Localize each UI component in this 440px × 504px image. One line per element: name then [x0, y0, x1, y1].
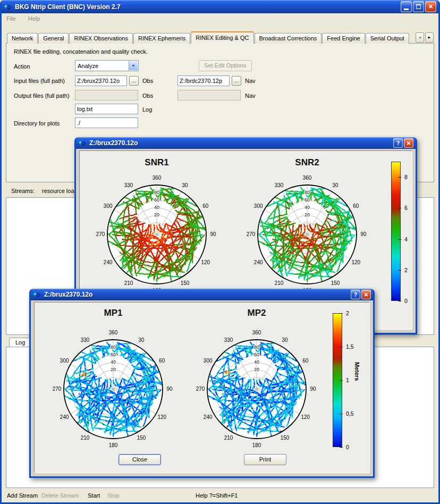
- output-obs-field: [75, 90, 138, 100]
- plot-title-mp2: MP2: [190, 308, 323, 318]
- colorbar-tick-mark: [398, 301, 401, 301]
- mp-dialog-title: Z:/brux2370.12o: [44, 291, 351, 298]
- plots-dir-field[interactable]: [75, 117, 138, 128]
- tab-serial-output[interactable]: Serial Output: [366, 33, 409, 44]
- colorbar-tick-mark: [340, 447, 343, 448]
- tab-broadcast-corrections[interactable]: Broadcast Corrections: [255, 33, 322, 44]
- snr-colorbar: 86420: [391, 162, 425, 301]
- plots-dir-label: Directory for plots: [14, 120, 60, 127]
- colorbar-tick-label: 4: [404, 236, 408, 242]
- help-button[interactable]: ?: [351, 290, 360, 299]
- start-button[interactable]: Start: [88, 492, 100, 499]
- help-button[interactable]: ?: [393, 138, 403, 148]
- plot-title-mp1: MP1: [47, 308, 180, 318]
- chevron-down-icon[interactable]: ▼: [129, 61, 138, 70]
- bnc-logo-icon: [4, 3, 12, 11]
- output-files-label: Output files (full path): [14, 93, 70, 99]
- set-edit-options-button[interactable]: Set Edit Options: [199, 60, 252, 71]
- plot-title-snr2: SNR2: [241, 157, 374, 168]
- input-files-label: Input files (full path): [14, 78, 65, 84]
- snr-dialog-title: Z:/brux2370.12o: [89, 139, 393, 147]
- colorbar-tick-mark: [340, 414, 343, 414]
- output-nav-label: Nav: [245, 93, 256, 99]
- colorbar-tick-label: 8: [404, 174, 408, 180]
- logfile-label: Log: [142, 106, 152, 113]
- output-nav-field: [177, 90, 241, 100]
- tab-general[interactable]: General: [38, 33, 69, 44]
- browse-obs-button[interactable]: ...: [129, 76, 139, 86]
- action-combobox[interactable]: Analyze ▼: [75, 60, 139, 71]
- bottom-bar: Add Stream Delete Stream Start Stop Help…: [2, 489, 438, 502]
- action-value: Analyze: [78, 63, 98, 69]
- colorbar-tick-mark: [398, 177, 401, 178]
- plot-title-snr1: SNR1: [90, 157, 223, 168]
- dialog-close-button[interactable]: Close: [119, 454, 161, 465]
- menu-bar: File Help: [2, 13, 438, 24]
- colorbar-tick-label: 2: [346, 310, 349, 316]
- window-title: BKG Ntrip Client (BNC) Version 2.7: [15, 3, 401, 11]
- colorbar-unit-label: Meters: [354, 362, 360, 381]
- colorbar-gradient: [391, 162, 401, 301]
- log-tab[interactable]: Log: [9, 338, 31, 347]
- input-obs-field[interactable]: [75, 75, 127, 86]
- output-obs-label: Obs: [142, 93, 153, 99]
- tab-scroll-left-button[interactable]: ◄: [416, 32, 424, 43]
- logfile-field[interactable]: [75, 104, 138, 114]
- action-label: Action: [14, 63, 30, 70]
- colorbar-tick-label: 6: [404, 205, 408, 211]
- skyplot-snr1: [90, 168, 223, 301]
- obs-label: Obs: [142, 78, 153, 84]
- streams-header: Streams:resource load: [11, 188, 78, 194]
- colorbar-tick-mark: [398, 239, 401, 240]
- skyplot-mp1: [47, 323, 180, 456]
- minimize-button[interactable]: [401, 1, 412, 12]
- tab-bar: NetworkGeneralRINEX ObservationsRINEX Ep…: [7, 31, 410, 44]
- mp-plot-window: Z:/brux2370.12o ? ✕ MP1 MP2 21,510,50 Me…: [29, 289, 375, 478]
- delete-stream-button[interactable]: Delete Stream: [41, 492, 79, 499]
- stop-button[interactable]: Stop: [107, 492, 120, 499]
- skyplot-mp2: [190, 323, 323, 456]
- colorbar-tick-mark: [340, 380, 343, 381]
- close-button[interactable]: ✕: [361, 290, 371, 299]
- browse-nav-button[interactable]: ...: [232, 76, 241, 86]
- main-titlebar[interactable]: BKG Ntrip Client (BNC) Version 2.7 ✕: [2, 0, 438, 13]
- colorbar-tick-label: 1: [346, 377, 349, 383]
- streams-status: resource load: [42, 188, 78, 194]
- close-button[interactable]: ✕: [425, 1, 436, 12]
- snr-dialog-titlebar[interactable]: Z:/brux2370.12o ? ✕: [76, 137, 416, 149]
- tab-feed-engine[interactable]: Feed Engine: [322, 33, 365, 44]
- bnc-logo-icon: [78, 139, 87, 147]
- mp-dialog-titlebar[interactable]: Z:/brux2370.12o ? ✕: [31, 289, 373, 300]
- colorbar-tick-label: 1,5: [346, 343, 354, 350]
- maximize-button[interactable]: [413, 1, 424, 12]
- tab-rinex-observations[interactable]: RINEX Observations: [69, 33, 132, 44]
- close-button[interactable]: ✕: [404, 138, 413, 148]
- colorbar-tick-label: 0: [346, 444, 349, 450]
- add-stream-button[interactable]: Add Stream: [7, 492, 38, 499]
- bnc-logo-icon: [33, 290, 41, 299]
- tab-network[interactable]: Network: [7, 33, 38, 44]
- menu-file[interactable]: File: [6, 15, 16, 22]
- tab-scroll-right-button[interactable]: ►: [425, 32, 434, 43]
- colorbar-tick-mark: [398, 270, 401, 271]
- dialog-print-button[interactable]: Print: [244, 454, 286, 465]
- streams-label: Streams:: [11, 188, 35, 194]
- colorbar-tick-mark: [340, 347, 343, 347]
- skyplot-snr2: [241, 168, 374, 301]
- nav-label: Nav: [245, 78, 256, 84]
- colorbar-tick-mark: [398, 208, 401, 208]
- menu-help[interactable]: Help: [28, 15, 40, 22]
- colorbar-tick-label: 0,5: [346, 410, 354, 417]
- colorbar-tick-mark: [340, 313, 343, 314]
- mp-plot-panel: MP1 MP2 21,510,50 Meters Close Print: [34, 302, 370, 473]
- panel-description: RINEX file editing, concatenation and qu…: [14, 48, 148, 55]
- colorbar-tick-label: 2: [404, 267, 408, 273]
- help-shortcut-label: Help ?=Shift+F1: [196, 492, 238, 499]
- input-nav-field[interactable]: [177, 75, 230, 86]
- colorbar-tick-label: 0: [404, 298, 408, 304]
- tab-rinex-editing-qc[interactable]: RINEX Editing & QC: [191, 31, 253, 44]
- mp-colorbar: 21,510,50: [333, 313, 367, 447]
- tab-rinex-ephemeris[interactable]: RINEX Ephemeris: [133, 33, 190, 44]
